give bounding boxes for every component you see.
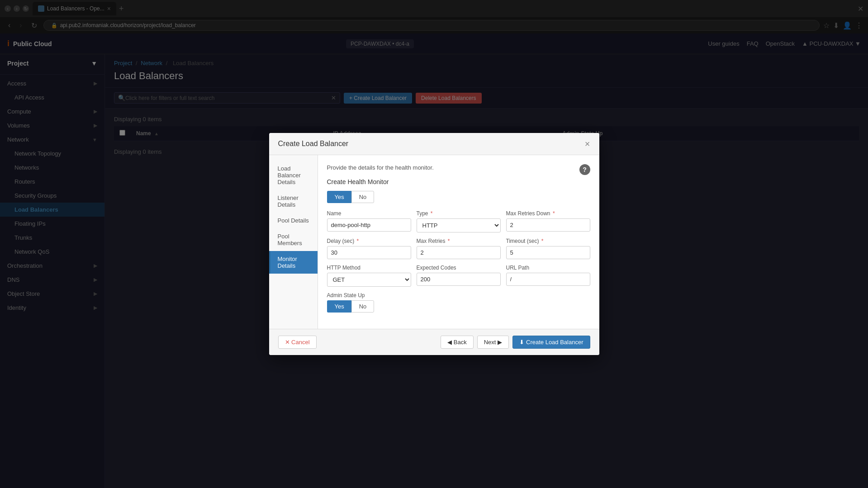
form-row-2: Delay (sec) * Max Retries * [327, 238, 590, 259]
create-hm-no-button[interactable]: No [351, 191, 375, 203]
cancel-button[interactable]: ✕ Cancel [278, 336, 317, 349]
delay-label: Delay (sec) * [327, 238, 411, 244]
type-required: * [431, 210, 433, 217]
type-select[interactable]: HTTP HTTPS TCP PING [417, 218, 501, 232]
modal-nav-pool-members[interactable]: Pool Members [269, 228, 318, 251]
form-group-max-retries-down: Max Retries Down * [506, 210, 590, 232]
timeout-input[interactable] [506, 246, 590, 259]
http-method-select[interactable]: GET POST PUT DELETE [327, 273, 411, 287]
name-label: Name [327, 210, 411, 217]
admin-state-yes-button[interactable]: Yes [327, 300, 351, 313]
form-section-title: Create Health Monitor [327, 178, 590, 185]
create-load-balancer-submit-button[interactable]: ⬇ Create Load Balancer [512, 336, 590, 349]
modal-title: Create Load Balancer [278, 140, 349, 148]
form-group-url-path: URL Path [506, 265, 590, 287]
delay-input[interactable] [327, 246, 411, 259]
form-group-http-method: HTTP Method GET POST PUT DELETE [327, 265, 411, 287]
modal-footer: ✕ Cancel ◀ Back Next ▶ ⬇ Create Load Bal… [269, 329, 599, 355]
form-row-3: HTTP Method GET POST PUT DELETE Expected… [327, 265, 590, 287]
form-group-expected-codes: Expected Codes [417, 265, 501, 287]
admin-state-no-button[interactable]: No [351, 300, 375, 313]
timeout-required: * [541, 238, 544, 244]
form-group-delay: Delay (sec) * [327, 238, 411, 259]
url-path-label: URL Path [506, 265, 590, 271]
admin-state-label: Admin State Up [327, 292, 590, 298]
modal-close-button[interactable]: × [585, 139, 590, 148]
max-retries-down-required: * [553, 210, 555, 217]
max-retries-down-input[interactable] [506, 218, 590, 232]
modal-nav-monitor-details[interactable]: Monitor Details [269, 251, 318, 274]
type-label: Type * [417, 210, 501, 217]
form-group-timeout: Timeout (sec) * [506, 238, 590, 259]
form-group-admin-state: Admin State Up Yes No [327, 292, 590, 320]
back-button-modal[interactable]: ◀ Back [441, 336, 474, 349]
http-method-label: HTTP Method [327, 265, 411, 271]
form-group-max-retries: Max Retries * [417, 238, 501, 259]
create-health-monitor-toggle: Yes No [327, 191, 590, 203]
max-retries-down-label: Max Retries Down * [506, 210, 590, 217]
timeout-label: Timeout (sec) * [506, 238, 590, 244]
max-retries-label: Max Retries * [417, 238, 501, 244]
modal-hint: Provide the details for the health monit… [327, 164, 434, 171]
form-group-name: Name [327, 210, 411, 232]
create-load-balancer-modal: Create Load Balancer × Load Balancer Det… [269, 133, 599, 355]
modal-nav-pool-details[interactable]: Pool Details [269, 213, 318, 228]
modal-nav-lb-details[interactable]: Load Balancer Details [269, 161, 318, 190]
modal-form-content: Provide the details for the health monit… [318, 155, 599, 329]
form-row-1: Name Type * HTTP HTTPS TCP PING [327, 210, 590, 232]
max-retries-required: * [448, 238, 450, 244]
modal-footer-right: ◀ Back Next ▶ ⬇ Create Load Balancer [441, 336, 590, 349]
next-button-modal[interactable]: Next ▶ [477, 336, 509, 349]
max-retries-input[interactable] [417, 246, 501, 259]
expected-codes-input[interactable] [417, 273, 501, 286]
modal-sidebar-nav: Load Balancer Details Listener Details P… [269, 155, 318, 329]
delay-required: * [357, 238, 359, 244]
help-button[interactable]: ? [579, 164, 590, 175]
url-path-input[interactable] [506, 273, 590, 286]
modal-nav-listener-details[interactable]: Listener Details [269, 190, 318, 213]
expected-codes-label: Expected Codes [417, 265, 501, 271]
admin-state-toggle: Yes No [327, 300, 590, 313]
modal-body: Load Balancer Details Listener Details P… [269, 155, 599, 329]
create-lb-icon: ⬇ [519, 339, 524, 346]
create-hm-yes-button[interactable]: Yes [327, 191, 351, 203]
modal-header: Create Load Balancer × [269, 133, 599, 155]
form-group-type: Type * HTTP HTTPS TCP PING [417, 210, 501, 232]
modal-overlay[interactable]: Create Load Balancer × Load Balancer Det… [0, 0, 868, 488]
name-input[interactable] [327, 218, 411, 232]
